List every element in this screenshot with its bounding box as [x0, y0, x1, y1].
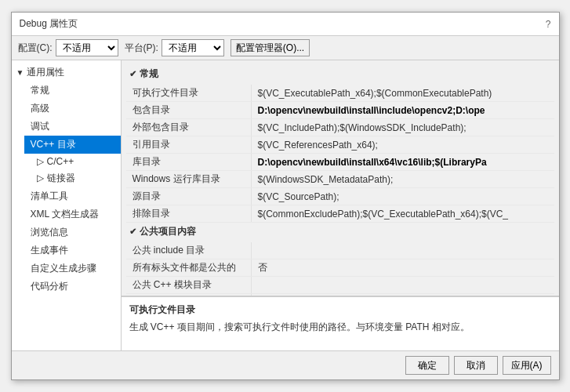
right-panel-wrapper: ✔常规可执行文件目录$(VC_ExecutablePath_x64);$(Com… — [122, 60, 559, 350]
bottom-bar: 确定 取消 应用(A) — [12, 350, 559, 379]
config-label: 配置(C): — [18, 42, 53, 55]
description-area: 可执行文件目录 生成 VC++ 项目期间，搜索可执行文件时使用的路径。与环境变量… — [122, 296, 559, 350]
prop-value: $(CommonExcludePath);$(VC_ExecutablePath… — [252, 207, 554, 221]
tree-group-header[interactable]: ▼ 通用属性 — [12, 64, 121, 82]
toolbar: 配置(C): 不适用 平台(P): 不适用 配置管理器(O)... — [12, 36, 559, 60]
tree-item-cpp[interactable]: ▷C/C++ — [24, 154, 121, 169]
tree-item-vcpp[interactable]: VC++ 目录 — [24, 136, 121, 154]
prop-name: Windows 运行库目录 — [126, 171, 252, 187]
prop-name: 公共 include 目录 — [126, 242, 252, 259]
prop-value — [252, 284, 554, 287]
desc-text: 生成 VC++ 项目期间，搜索可执行文件时使用的路径。与环境变量 PATH 相对… — [129, 320, 551, 334]
left-panel: ▼ 通用属性 常规高级调试VC++ 目录▷C/C++▷链接器清单工具XML 文档… — [12, 60, 122, 350]
prop-value: 否 — [252, 260, 554, 276]
platform-label: 平台(P): — [125, 42, 158, 55]
prop-name: 库目录 — [126, 154, 252, 170]
prop-name: 可执行文件目录 — [126, 85, 252, 101]
manager-button[interactable]: 配置管理器(O)... — [231, 39, 310, 56]
dialog: Debug 属性页 ? 配置(C): 不适用 平台(P): 不适用 配置管理器(… — [11, 12, 560, 380]
cancel-button[interactable]: 取消 — [454, 356, 498, 375]
title-bar: Debug 属性页 ? — [12, 13, 559, 36]
prop-row[interactable]: 库目录D:\opencv\newbuild\install\x64\vc16\l… — [126, 154, 554, 171]
prop-row[interactable]: 公共 include 目录 — [126, 242, 554, 260]
prop-value: $(VC_SourcePath); — [252, 190, 554, 204]
prop-row[interactable]: 公共 C++ 模块目录 — [126, 277, 554, 294]
config-item: 配置(C): 不适用 — [18, 39, 118, 56]
prop-row[interactable]: 源目录$(VC_SourcePath); — [126, 188, 554, 205]
prop-row[interactable]: 引用目录$(VC_ReferencesPath_x64); — [126, 136, 554, 154]
prop-value: D:\opencv\newbuild\install\include\openc… — [252, 103, 554, 118]
prop-name: 引用目录 — [126, 136, 252, 153]
prop-value — [252, 249, 554, 252]
prop-name: 源目录 — [126, 188, 252, 205]
tree-item-analyze[interactable]: 代码分析 — [24, 278, 121, 296]
apply-button[interactable]: 应用(A) — [503, 356, 551, 375]
tree-item-browse[interactable]: 浏览信息 — [24, 223, 121, 241]
prop-name: 外部包含目录 — [126, 119, 252, 136]
check-icon: ✔ — [129, 227, 136, 237]
tree-item-general[interactable]: 常规 — [24, 82, 121, 100]
prop-row[interactable]: Windows 运行库目录$(WindowsSDK_MetadataPath); — [126, 171, 554, 188]
prop-value: $(WindowsSDK_MetadataPath); — [252, 172, 554, 187]
right-panel: ✔常规可执行文件目录$(VC_ExecutablePath_x64);$(Com… — [122, 60, 559, 350]
prop-name: 所有标头文件都是公共的 — [126, 260, 252, 276]
prop-name: 排除目录 — [126, 205, 252, 222]
prop-name: 公共 C++ 模块目录 — [126, 277, 252, 293]
tree-group-label: 通用属性 — [27, 66, 64, 79]
prop-row[interactable]: 排除目录$(CommonExcludePath);$(VC_Executable… — [126, 205, 554, 223]
config-select[interactable]: 不适用 — [56, 39, 118, 56]
prop-name: 包含目录 — [126, 102, 252, 118]
dialog-title: Debug 属性页 — [20, 17, 78, 31]
tree-item-xml[interactable]: XML 文档生成器 — [24, 205, 121, 223]
properties-area: ✔常规可执行文件目录$(VC_ExecutablePath_x64);$(Com… — [122, 60, 559, 296]
content-area: ▼ 通用属性 常规高级调试VC++ 目录▷C/C++▷链接器清单工具XML 文档… — [12, 60, 559, 350]
platform-select[interactable]: 不适用 — [162, 39, 224, 56]
tree-item-build_events[interactable]: 生成事件 — [24, 241, 121, 260]
prop-row[interactable]: 外部包含目录$(VC_IncludePath);$(WindowsSDK_Inc… — [126, 119, 554, 136]
tree-item-debug[interactable]: 调试 — [24, 118, 121, 136]
section-header-general[interactable]: ✔常规 — [126, 65, 554, 83]
tree-item-advanced[interactable]: 高级 — [24, 100, 121, 118]
desc-title: 可执行文件目录 — [129, 303, 551, 317]
section-header-public[interactable]: ✔公共项目内容 — [126, 223, 554, 241]
platform-item: 平台(P): 不适用 — [125, 39, 224, 56]
prop-value: $(VC_ReferencesPath_x64); — [252, 138, 554, 152]
prop-value: $(VC_IncludePath);$(WindowsSDK_IncludePa… — [252, 121, 554, 135]
tree-item-custom[interactable]: 自定义生成步骤 — [24, 260, 121, 278]
tree-group: ▼ 通用属性 常规高级调试VC++ 目录▷C/C++▷链接器清单工具XML 文档… — [12, 64, 121, 296]
prop-value: D:\opencv\newbuild\install\x64\vc16\lib;… — [252, 155, 554, 169]
prop-row[interactable]: 包含目录D:\opencv\newbuild\install\include\o… — [126, 102, 554, 119]
help-button[interactable]: ? — [546, 19, 551, 30]
ok-button[interactable]: 确定 — [405, 356, 449, 375]
check-icon: ✔ — [129, 69, 136, 79]
expand-arrow-icon: ▼ — [16, 68, 24, 77]
tree-children: 常规高级调试VC++ 目录▷C/C++▷链接器清单工具XML 文档生成器浏览信息… — [12, 82, 121, 296]
tree-item-manifest[interactable]: 清单工具 — [24, 187, 121, 205]
prop-row[interactable]: 可执行文件目录$(VC_ExecutablePath_x64);$(Common… — [126, 85, 554, 102]
tree-item-linker[interactable]: ▷链接器 — [24, 169, 121, 187]
prop-value: $(VC_ExecutablePath_x64);$(CommonExecuta… — [252, 86, 554, 100]
prop-row[interactable]: 所有标头文件都是公共的否 — [126, 260, 554, 277]
